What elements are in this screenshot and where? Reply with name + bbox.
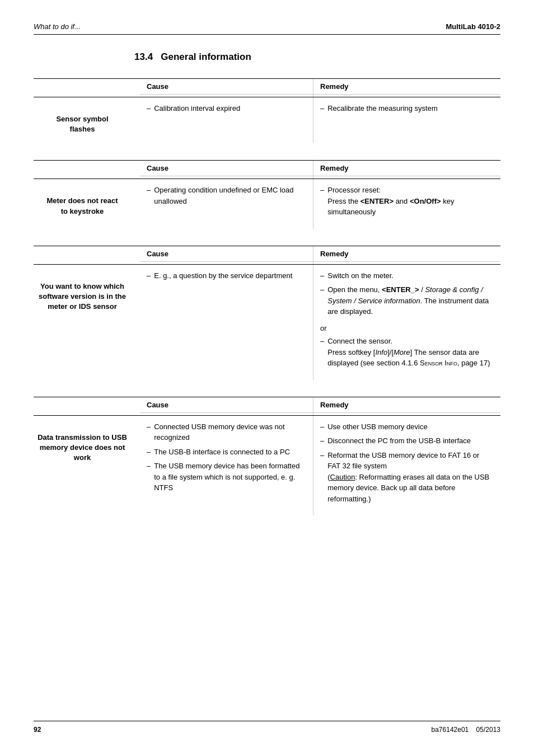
section-heading: General information xyxy=(161,51,251,62)
usb-remedy-item-3: – Reformat the USB memory device to FAT … xyxy=(320,450,494,505)
meter-cause-text: Operating condition undefined or EMC loa… xyxy=(154,185,306,206)
meter-remedy-col: – Processor reset:Press the <ENTER> and … xyxy=(313,179,500,229)
dash-icon: – xyxy=(147,270,151,281)
usb-remedy-text-2: Disconnect the PC from the USB-B interfa… xyxy=(327,435,494,447)
meter-cause-body: – Operating condition undefined or EMC l… xyxy=(140,179,313,218)
software-remedy-body: – Switch on the meter. – Open the menu, … xyxy=(313,265,500,380)
usb-cause-header: Cause xyxy=(140,397,313,413)
software-remedy-item-2: – Open the menu, <ENTER_> / Storage & co… xyxy=(320,284,494,317)
software-remedy-text-3: Connect the sensor.Press softkey [Info]/… xyxy=(327,336,494,369)
dash-icon: – xyxy=(320,103,324,114)
meter-situation: Meter does not reactto keystroke xyxy=(34,179,140,229)
dash-icon: – xyxy=(320,435,324,447)
sensor-situation-line1: Sensor symbol xyxy=(56,115,108,123)
sensor-data-row: Sensor symbol flashes – Calibration inte… xyxy=(34,97,500,143)
usb-header-row: Cause Remedy xyxy=(34,397,500,416)
software-cause-header-col: Cause xyxy=(140,246,313,264)
usb-remedy-text-1: Use other USB memory device xyxy=(327,421,494,433)
dash-icon: – xyxy=(147,447,151,458)
page-footer: 92 ba76142e01 05/2013 xyxy=(34,721,500,734)
meter-remedy-text: Processor reset:Press the <ENTER> and <O… xyxy=(327,185,494,218)
footer-doc-info: ba76142e01 05/2013 xyxy=(432,726,500,734)
dash-icon: – xyxy=(320,284,324,295)
usb-remedy-body: – Use other USB memory device – Disconne… xyxy=(313,416,500,516)
dash-icon: – xyxy=(320,450,324,461)
software-remedy-text-2: Open the menu, <ENTER_> / Storage & conf… xyxy=(327,284,494,317)
usb-remedy-item-1: – Use other USB memory device xyxy=(320,421,494,433)
sensor-cause-body: – Calibration interval expired xyxy=(140,97,313,125)
or-text: or xyxy=(320,324,327,332)
dash-icon: – xyxy=(320,421,324,433)
usb-situation-text: Data transmission to USB memory device d… xyxy=(38,433,127,462)
dash-icon: – xyxy=(147,461,151,472)
usb-cause-item-3: – The USB memory device has been formatt… xyxy=(147,461,306,494)
meter-no-react-section: Cause Remedy Meter does not reactto keys… xyxy=(34,160,500,229)
software-remedy-text-1: Switch on the meter. xyxy=(327,270,494,281)
section-title: 13.4 General information xyxy=(134,51,500,63)
software-cause-item: – E. g., a question by the service depar… xyxy=(147,270,306,281)
dash-icon: – xyxy=(147,185,151,196)
usb-cause-item-2: – The USB-B interface is connected to a … xyxy=(147,447,306,458)
meter-cause-header: Cause xyxy=(140,161,313,176)
sensor-remedy-header: Remedy xyxy=(313,79,500,95)
software-situation-text: You want to know which software version … xyxy=(39,282,126,311)
meter-remedy-header-col: Remedy xyxy=(313,161,500,179)
sensor-symbol-section: Cause Remedy Sensor symbol flashes – Cal… xyxy=(34,78,500,143)
usb-cause-text-1: Connected USB memory device was not reco… xyxy=(154,421,306,443)
usb-cause-col: – Connected USB memory device was not re… xyxy=(140,416,313,516)
dash-icon: – xyxy=(320,185,324,196)
software-remedy-item-1: – Switch on the meter. xyxy=(320,270,494,281)
sensor-remedy-body: – Recalibrate the measuring system xyxy=(313,97,500,125)
usb-remedy-text-3: Reformat the USB memory device to FAT 16… xyxy=(327,450,494,505)
usb-situation: Data transmission to USB memory device d… xyxy=(34,416,140,516)
software-data-row: You want to know which software version … xyxy=(34,265,500,380)
footer-date: 05/2013 xyxy=(476,726,500,734)
sensor-header-row: Cause Remedy xyxy=(34,79,500,97)
meter-cause-col: – Operating condition undefined or EMC l… xyxy=(140,179,313,229)
usb-cause-item-1: – Connected USB memory device was not re… xyxy=(147,421,306,443)
meter-remedy-body: – Processor reset:Press the <ENTER> and … xyxy=(313,179,500,229)
dash-icon: – xyxy=(320,270,324,281)
page-container: What to do if... MultiLab 4010-2 13.4 Ge… xyxy=(0,0,534,756)
sensor-cause-col: – Calibration interval expired xyxy=(140,97,313,143)
sensor-cause-header: Cause xyxy=(140,79,313,95)
header-left: What to do if... xyxy=(34,22,81,31)
meter-cause-header-col: Cause xyxy=(140,161,313,179)
software-cause-col: – E. g., a question by the service depar… xyxy=(140,265,313,380)
usb-remedy-header-col: Remedy xyxy=(313,397,500,415)
software-situation: You want to know which software version … xyxy=(34,265,140,380)
dash-icon: – xyxy=(147,103,151,114)
sensor-cause-header-col: Cause xyxy=(140,79,313,97)
usb-remedy-item-2: – Disconnect the PC from the USB-B inter… xyxy=(320,435,494,447)
meter-remedy-header: Remedy xyxy=(313,161,500,176)
software-remedy-header-col: Remedy xyxy=(313,246,500,264)
software-cause-header: Cause xyxy=(140,246,313,262)
sensor-remedy-item: – Recalibrate the measuring system xyxy=(320,103,494,114)
sensor-cause-item: – Calibration interval expired xyxy=(147,103,306,114)
software-version-section: Cause Remedy You want to know which soft… xyxy=(34,246,500,380)
software-remedy-header: Remedy xyxy=(313,246,500,262)
header-right: MultiLab 4010-2 xyxy=(446,22,500,31)
meter-header-row: Cause Remedy xyxy=(34,161,500,179)
meter-data-row: Meter does not reactto keystroke – Opera… xyxy=(34,179,500,229)
meter-remedy-item: – Processor reset:Press the <ENTER> and … xyxy=(320,185,494,218)
software-remedy-col: – Switch on the meter. – Open the menu, … xyxy=(313,265,500,380)
software-remedy-item-3: – Connect the sensor.Press softkey [Info… xyxy=(320,336,494,369)
software-cause-text: E. g., a question by the service departm… xyxy=(154,270,306,281)
dash-icon: – xyxy=(320,336,324,347)
usb-cause-body: – Connected USB memory device was not re… xyxy=(140,416,313,505)
sensor-remedy-col: – Recalibrate the measuring system xyxy=(313,97,500,143)
usb-cause-text-3: The USB memory device has been formatted… xyxy=(154,461,306,494)
software-cause-body: – E. g., a question by the service depar… xyxy=(140,265,313,293)
usb-remedy-col: – Use other USB memory device – Disconne… xyxy=(313,416,500,516)
usb-section: Cause Remedy Data transmission to USB me… xyxy=(34,397,500,516)
dash-icon: – xyxy=(147,421,151,433)
usb-cause-header-col: Cause xyxy=(140,397,313,415)
meter-situation-text: Meter does not reactto keystroke xyxy=(46,196,118,215)
sensor-cause-text: Calibration interval expired xyxy=(154,103,306,114)
sensor-situation-line2: flashes xyxy=(70,125,95,133)
usb-cause-text-2: The USB-B interface is connected to a PC xyxy=(154,447,306,458)
or-separator: or xyxy=(320,321,494,336)
sensor-remedy-header-col: Remedy xyxy=(313,79,500,97)
software-header-row: Cause Remedy xyxy=(34,246,500,265)
